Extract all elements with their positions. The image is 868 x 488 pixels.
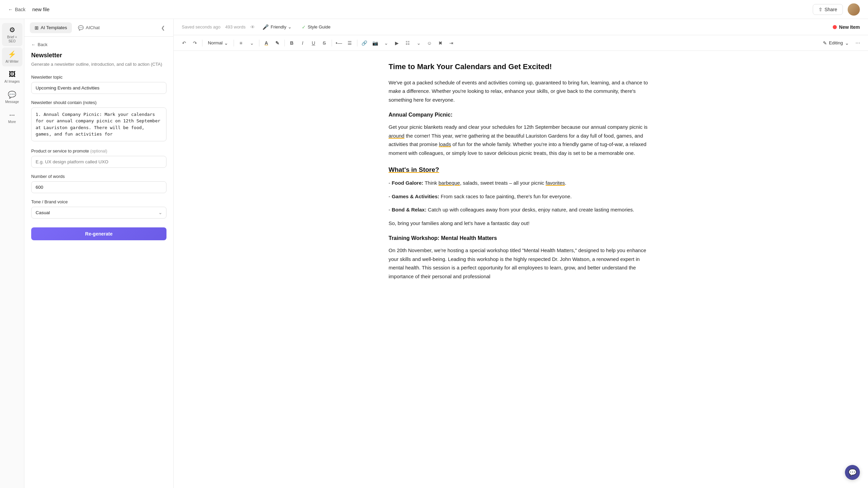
- table-button[interactable]: ☷: [403, 38, 413, 48]
- sidebar-item-ai-images[interactable]: 🖼 AI Images: [2, 68, 22, 86]
- style-dropdown[interactable]: Normal ⌄: [204, 39, 232, 47]
- chat-bubble-button[interactable]: 💬: [845, 465, 860, 480]
- main-layout: ⚙ Brief + SEO ⚡ AI Writer 🖼 AI Images 💬 …: [0, 19, 868, 488]
- picnic-heading: Annual Company Picnic:: [389, 110, 653, 119]
- toolbar-more-button[interactable]: ⋯: [853, 38, 863, 48]
- whats-in-store-heading: What's in Store?: [389, 165, 653, 175]
- words-input[interactable]: [31, 181, 166, 193]
- style-guide-label: Style Guide: [308, 24, 330, 29]
- text-color-button[interactable]: A: [261, 38, 272, 48]
- italic-button[interactable]: I: [298, 38, 308, 48]
- style-guide-icon: ✓: [302, 24, 306, 30]
- panel: ⊞ AI Templates 💬 AIChat ❮ ← Back Newslet…: [24, 19, 174, 488]
- panel-title: Newsletter: [31, 52, 166, 59]
- back-arrow-icon: ←: [8, 7, 13, 12]
- share-button[interactable]: ⇧ Share: [813, 4, 843, 15]
- sidebar-item-ai-writer[interactable]: ⚡ AI Writer: [2, 47, 22, 66]
- ai-templates-icon: ⊞: [35, 25, 39, 30]
- redo-button[interactable]: ↷: [190, 38, 200, 48]
- editor-meta-bar: Saved seconds ago 493 words 👁 🎤 Friendly…: [174, 19, 868, 35]
- new-item-button[interactable]: New Item: [833, 24, 860, 30]
- align-chevron-button[interactable]: ⌄: [247, 38, 257, 48]
- tone-value: Friendly: [271, 24, 286, 29]
- chevron-left-icon: ❮: [161, 25, 165, 30]
- style-dropdown-label: Normal: [208, 40, 223, 45]
- strikethrough-button[interactable]: S: [319, 38, 330, 48]
- product-label: Product or service to promote (optional): [31, 148, 166, 154]
- around-text: around: [389, 133, 405, 139]
- tone-select[interactable]: Casual Formal Friendly Professional: [31, 207, 166, 219]
- underline-button[interactable]: U: [309, 38, 319, 48]
- image-button[interactable]: 📷: [370, 38, 380, 48]
- tone-label: Tone / Brand voice: [31, 199, 166, 204]
- table-chevron-button[interactable]: ⌄: [414, 38, 424, 48]
- microphone-icon: 🎤: [262, 24, 269, 30]
- avatar[interactable]: [848, 3, 860, 16]
- sidebar-item-brief-seo[interactable]: ⚙ Brief + SEO: [2, 23, 22, 46]
- content-intro: We've got a packed schedule of events an…: [389, 78, 653, 104]
- workshop-text: On 20th November, we're hosting a specia…: [389, 246, 653, 281]
- word-count: 493 words: [225, 24, 245, 29]
- bullet-bond: - Bond & Relax: Catch up with colleagues…: [389, 205, 653, 214]
- indent-button[interactable]: ⇥: [446, 38, 456, 48]
- bullet-list: - Food Galore: Think barbeque, salads, s…: [389, 179, 653, 214]
- panel-back-button[interactable]: ← Back: [31, 42, 166, 47]
- editor-content[interactable]: Time to Mark Your Calendars and Get Exci…: [368, 51, 673, 488]
- sidebar-item-more[interactable]: ··· More: [2, 108, 22, 127]
- toolbar-divider-2: [234, 40, 234, 46]
- back-button[interactable]: ← Back: [8, 7, 25, 12]
- new-item-dot: [833, 25, 837, 29]
- editing-pencil-icon: ✎: [823, 40, 827, 46]
- picnic-text: Get your picnic blankets ready and clear…: [389, 123, 653, 157]
- tone-selector[interactable]: 🎤 Friendly ⌄: [260, 23, 294, 32]
- share-icon: ⇧: [818, 7, 823, 12]
- toolbar-divider-4: [284, 40, 285, 46]
- more-icon: ···: [9, 111, 15, 119]
- editing-chevron-icon: ⌄: [845, 40, 849, 46]
- bullet-games: - Games & Activities: From sack races to…: [389, 192, 653, 201]
- family-text: So, bring your families along and let's …: [389, 219, 653, 228]
- message-icon: 💬: [8, 90, 16, 99]
- editing-mode-button[interactable]: ✎ Editing ⌄: [820, 39, 852, 47]
- product-input[interactable]: [31, 156, 166, 168]
- new-item-label: New Item: [839, 24, 860, 30]
- sidebar-item-message[interactable]: 💬 Message: [2, 88, 22, 107]
- panel-description: Generate a newsletter outline, introduct…: [31, 61, 166, 68]
- align-button[interactable]: ≡: [236, 38, 246, 48]
- highlight-button[interactable]: ✎: [272, 38, 282, 48]
- undo-button[interactable]: ↶: [179, 38, 189, 48]
- saved-status: Saved seconds ago: [182, 24, 220, 29]
- regenerate-button[interactable]: Re-generate: [31, 227, 166, 240]
- notes-textarea[interactable]: 1. Annual Company Picnic: Mark your cale…: [31, 107, 166, 141]
- numbered-list-button[interactable]: ☰: [345, 38, 355, 48]
- words-label: Number of words: [31, 174, 166, 179]
- toolbar-divider-5: [332, 40, 332, 46]
- link-button[interactable]: 🔗: [359, 38, 370, 48]
- eye-icon[interactable]: 👁: [250, 24, 255, 30]
- topic-label: Newsletter topic: [31, 75, 166, 80]
- play-button[interactable]: ▶: [392, 38, 402, 48]
- whats-in-store-text: What's in Store?: [389, 166, 439, 173]
- style-guide-button[interactable]: ✓ Style Guide: [299, 23, 333, 31]
- bold-button[interactable]: B: [287, 38, 297, 48]
- emoji-button[interactable]: ☺: [425, 38, 435, 48]
- icon-sidebar: ⚙ Brief + SEO ⚡ AI Writer 🖼 AI Images 💬 …: [0, 19, 24, 488]
- image-chevron-button[interactable]: ⌄: [381, 38, 391, 48]
- tone-chevron-icon: ⌄: [288, 24, 292, 29]
- toolbar: ↶ ↷ Normal ⌄ ≡ ⌄ A ✎ B I U S •— ☰ 🔗 📷 ⌄: [174, 35, 868, 51]
- file-name: new file: [32, 6, 813, 12]
- share-label: Share: [825, 7, 837, 12]
- content-heading: Time to Mark Your Calendars and Get Exci…: [389, 62, 653, 72]
- bullet-list-button[interactable]: •—: [334, 38, 344, 48]
- ai-images-icon: 🖼: [9, 70, 16, 78]
- workshop-heading: Training Workshop: Mental Health Matters: [389, 233, 653, 243]
- toolbar-divider-1: [202, 40, 202, 46]
- clear-format-button[interactable]: ✖: [435, 38, 446, 48]
- tab-ai-templates[interactable]: ⊞ AI Templates: [30, 22, 72, 33]
- words-field-group: Number of words: [31, 174, 166, 193]
- panel-content: ← Back Newsletter Generate a newsletter …: [24, 37, 173, 488]
- tone-select-wrapper: Casual Formal Friendly Professional ⌄: [31, 207, 166, 219]
- tab-aichat[interactable]: 💬 AIChat: [73, 22, 104, 33]
- panel-collapse-button[interactable]: ❮: [158, 23, 168, 33]
- topic-input[interactable]: [31, 82, 166, 94]
